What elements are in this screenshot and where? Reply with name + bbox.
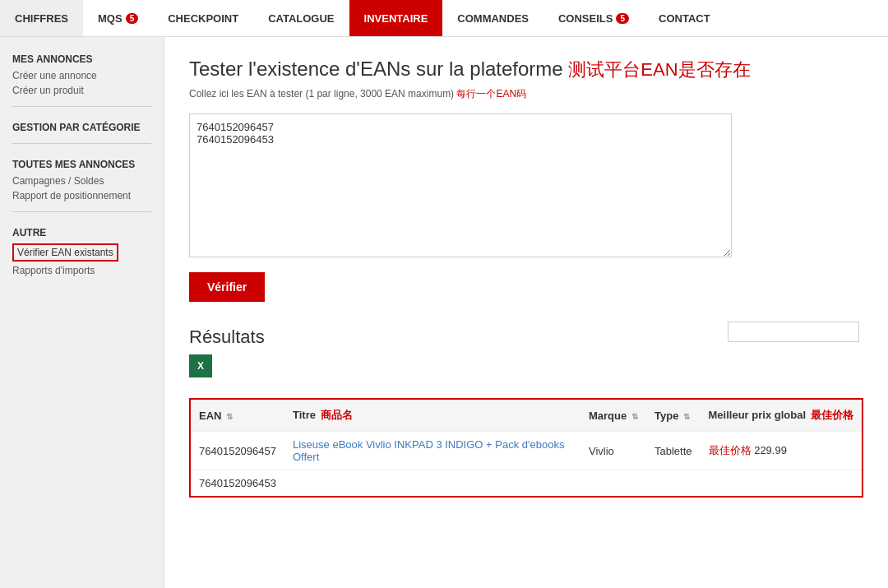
page-title-zh: 测试平台EAN是否存在 xyxy=(568,59,750,80)
prix-value-0: 229.99 xyxy=(754,444,787,456)
cell-titre-1 xyxy=(284,470,580,497)
search-box xyxy=(728,322,859,342)
sidebar-section-title-2: TOUTES MES ANNONCES xyxy=(12,159,151,170)
sort-icon-marque: ⇅ xyxy=(629,412,638,421)
th-label-meilleur_prix: Meilleur prix global xyxy=(709,409,806,421)
th-label-ean: EAN xyxy=(199,410,221,422)
excel-icon-label: X xyxy=(197,360,204,372)
cell-prix-0: 最佳价格 229.99 xyxy=(701,432,862,470)
th-marque[interactable]: Marque ⇅ xyxy=(580,400,646,432)
table-row: 7640152096457Liseuse eBook Vivlio INKPAD… xyxy=(191,432,862,470)
cell-marque-1 xyxy=(580,470,646,497)
sidebar-link-3-0[interactable]: Vérifier EAN existants xyxy=(12,243,118,262)
sidebar-link-0-0[interactable]: Créer une annonce xyxy=(12,70,151,81)
subtitle-fr: Collez ici les EAN à tester (1 par ligne… xyxy=(189,88,454,100)
th-label-zh-meilleur_prix: 最佳价格 xyxy=(811,409,853,421)
sort-icon-ean: ⇅ xyxy=(224,412,233,421)
sidebar-link-2-1[interactable]: Rapport de positionnement xyxy=(12,190,151,201)
sidebar-section-title-3: AUTRE xyxy=(12,227,151,238)
cell-titre-0[interactable]: Liseuse eBook Vivlio INKPAD 3 INDIGO + P… xyxy=(284,432,580,470)
sidebar: MES ANNONCESCréer une annonceCréer un pr… xyxy=(0,37,164,588)
sidebar-divider-1 xyxy=(12,143,151,144)
th-label-type: Type xyxy=(654,410,678,422)
nav-item-checkpoint[interactable]: ChECKPOINT xyxy=(153,0,253,36)
titre-link-0[interactable]: Liseuse eBook Vivlio INKPAD 3 INDIGO + P… xyxy=(293,438,564,463)
sidebar-divider-0 xyxy=(12,106,151,107)
cell-type-0: Tablette xyxy=(646,432,701,470)
subtitle-zh: 每行一个EAN码 xyxy=(456,88,526,100)
results-table: EAN ⇅Titre商品名Marque ⇅Type ⇅Meilleur prix… xyxy=(191,400,862,496)
sidebar-link-3-1[interactable]: Rapports d'imports xyxy=(12,265,151,276)
table-row: 7640152096453 xyxy=(191,470,862,497)
nav-item-catalogue[interactable]: CATALOGUE xyxy=(253,0,349,36)
nav-item-commandes[interactable]: COMMANDES xyxy=(442,0,543,36)
excel-export-icon[interactable]: X xyxy=(189,354,212,377)
table-header-row: EAN ⇅Titre商品名Marque ⇅Type ⇅Meilleur prix… xyxy=(191,400,862,432)
sidebar-link-0-1[interactable]: Créer un produit xyxy=(12,85,151,96)
ean-textarea[interactable] xyxy=(189,113,732,257)
page-title: Tester l'existence d'EANs sur la platefo… xyxy=(189,58,863,82)
search-input[interactable] xyxy=(728,322,859,342)
nav-item-conseils[interactable]: CONSEILS5 xyxy=(543,0,644,36)
sort-icon-type: ⇅ xyxy=(681,412,690,421)
table-header: EAN ⇅Titre商品名Marque ⇅Type ⇅Meilleur prix… xyxy=(191,400,862,432)
table-body: 7640152096457Liseuse eBook Vivlio INKPAD… xyxy=(191,432,862,497)
cell-type-1 xyxy=(646,470,701,497)
main-nav: CHIFFRESMQS5ChECKPOINTCATALOGUEINVENTAIR… xyxy=(0,0,888,37)
page-title-fr: Tester l'existence d'EANs sur la platefo… xyxy=(189,58,563,80)
sidebar-section-title-1: GESTION PAR CATÉGORIE xyxy=(12,122,151,133)
sidebar-divider-2 xyxy=(12,211,151,212)
nav-item-contact[interactable]: CONTACT xyxy=(644,0,725,36)
nav-item-mqs[interactable]: MQS5 xyxy=(83,0,153,36)
th-label-zh-titre: 商品名 xyxy=(321,409,353,421)
th-type[interactable]: Type ⇅ xyxy=(646,400,701,432)
cell-prix-1 xyxy=(701,470,862,497)
cell-ean-0: 7640152096457 xyxy=(191,432,284,470)
page-subtitle: Collez ici les EAN à tester (1 par ligne… xyxy=(189,87,863,101)
th-label-marque: Marque xyxy=(589,410,627,422)
nav-badge-mqs: 5 xyxy=(126,13,139,24)
nav-item-chiffres[interactable]: CHIFFRES xyxy=(0,0,83,36)
nav-item-inventaire[interactable]: INVENTAIRE xyxy=(349,0,443,36)
th-label-titre: Titre xyxy=(293,409,316,421)
nav-badge-conseils: 5 xyxy=(616,13,629,24)
verify-button[interactable]: Vérifier xyxy=(189,272,265,302)
cell-marque-0: Vivlio xyxy=(580,432,646,470)
th-meilleur_prix: Meilleur prix global最佳价格 xyxy=(701,400,862,432)
th-ean[interactable]: EAN ⇅ xyxy=(191,400,284,432)
sidebar-link-2-0[interactable]: Campagnes / Soldes xyxy=(12,175,151,187)
sidebar-section-title-0: MES ANNONCES xyxy=(12,53,151,65)
cell-ean-1: 7640152096453 xyxy=(191,470,284,497)
th-titre: Titre商品名 xyxy=(284,400,580,432)
prix-zh-0: 最佳价格 xyxy=(709,444,755,456)
results-table-container: EAN ⇅Titre商品名Marque ⇅Type ⇅Meilleur prix… xyxy=(189,398,863,498)
main-content: Tester l'existence d'EANs sur la platefo… xyxy=(164,37,888,588)
